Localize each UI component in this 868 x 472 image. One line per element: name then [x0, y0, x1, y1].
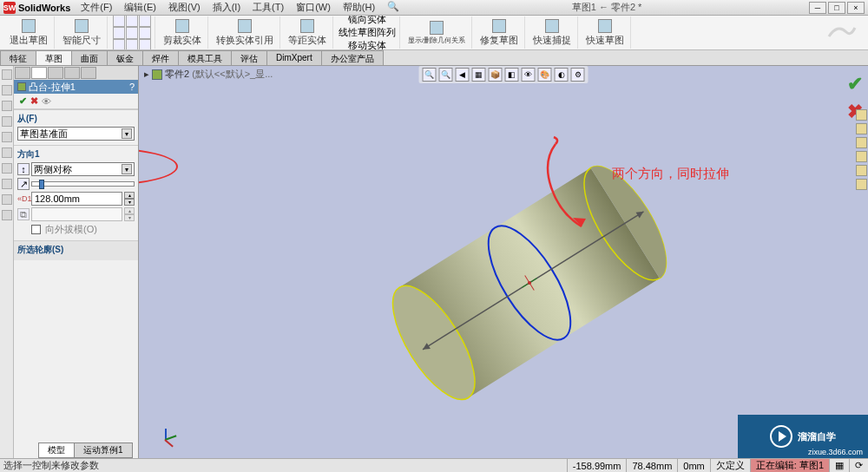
tab-surface[interactable]: 曲面	[71, 50, 108, 65]
task-explorer-icon[interactable]	[856, 137, 867, 148]
pm-tab-config[interactable]	[48, 67, 63, 79]
rail-icon[interactable]	[2, 179, 12, 189]
menu-search-icon[interactable]: 🔍	[382, 0, 404, 15]
circle-tool[interactable]	[139, 16, 151, 27]
menu-edit[interactable]: 编辑(E)	[119, 0, 161, 15]
repair-button[interactable]: 修复草图	[477, 18, 521, 48]
offset-button[interactable]: 等距实体	[286, 18, 329, 48]
ok-button[interactable]: ✔	[19, 95, 27, 107]
draft-button[interactable]: ⧉	[17, 208, 30, 220]
tab-model[interactable]: 模型	[38, 442, 75, 458]
rail-icon[interactable]	[2, 210, 12, 220]
show-label: 显示/删除几何关系	[408, 36, 465, 45]
rail-icon[interactable]	[2, 101, 12, 111]
rail-icon[interactable]	[2, 148, 12, 158]
menu-bar: 文件(F) 编辑(E) 视图(V) 插入(I) 工具(T) 窗口(W) 帮助(H…	[76, 0, 404, 15]
task-appearance-icon[interactable]	[856, 165, 867, 176]
task-library-icon[interactable]	[856, 123, 867, 134]
view-settings-icon[interactable]: ⚙	[571, 68, 585, 82]
menu-file[interactable]: 文件(F)	[76, 0, 117, 15]
pm-tab-dimxpert[interactable]	[64, 67, 80, 79]
tab-evaluate[interactable]: 评估	[231, 50, 267, 65]
help-icon[interactable]: ?	[129, 82, 135, 92]
menu-tools[interactable]: 工具(T)	[247, 0, 289, 15]
menu-help[interactable]: 帮助(H)	[338, 0, 380, 15]
rapid-sketch-button[interactable]: 快速草图	[583, 18, 627, 48]
pm-tab-tree[interactable]	[15, 67, 30, 79]
draft-spinner[interactable]: ▴▾	[124, 207, 135, 221]
rect-tool[interactable]	[126, 16, 138, 27]
minimize-button[interactable]: ─	[809, 2, 826, 14]
app-name: SolidWorks	[18, 3, 70, 13]
arc-tool[interactable]	[113, 27, 125, 39]
preview-button[interactable]: 👁	[42, 96, 51, 107]
mirror-button[interactable]: 镜向实体	[348, 16, 386, 26]
menu-view[interactable]: 视图(V)	[163, 0, 206, 15]
pm-tab-display[interactable]	[81, 67, 96, 79]
rail-icon[interactable]	[2, 85, 12, 95]
draft-outward-checkbox[interactable]	[31, 225, 41, 234]
breadcrumb-expand-icon[interactable]: ▸	[144, 69, 149, 80]
breadcrumb-part[interactable]: 零件2	[165, 68, 189, 81]
from-combo[interactable]: 草图基准面 ▾	[17, 127, 135, 141]
display-style-icon[interactable]: ◧	[505, 68, 519, 82]
menu-window[interactable]: 窗口(W)	[291, 0, 336, 15]
ellipse-tool[interactable]	[113, 39, 125, 51]
tab-sheetmetal[interactable]: 钣金	[107, 50, 143, 65]
line-tool[interactable]	[113, 16, 125, 27]
tab-mold[interactable]: 模具工具	[178, 50, 232, 65]
close-button[interactable]: ×	[847, 2, 865, 14]
tab-office[interactable]: 办公室产品	[321, 50, 384, 65]
pm-tab-property[interactable]	[31, 67, 47, 79]
exit-sketch-button[interactable]: 退出草图	[7, 18, 50, 48]
graphics-viewport[interactable]: ▸ 零件2 (默认<<默认>_显... 🔍 🔍 ◀ ▦ 📦 ◧ 👁 🎨 ◐ ⚙ …	[139, 66, 868, 458]
fillet-tool[interactable]	[126, 39, 138, 51]
quick-snap-button[interactable]: 快速捕捉	[530, 18, 574, 48]
task-resources-icon[interactable]	[856, 109, 867, 121]
feature-name: 凸台-拉伸1	[29, 81, 76, 94]
task-custom-icon[interactable]	[856, 179, 867, 190]
show-relations-button[interactable]: 显示/删除几何关系	[405, 20, 468, 46]
depth-input[interactable]: 128.00mm	[31, 192, 122, 206]
tab-dimxpert[interactable]: DimXpert	[266, 50, 322, 65]
convert-button[interactable]: 转换实体引用	[214, 18, 276, 48]
menu-insert[interactable]: 插入(I)	[207, 0, 246, 15]
tab-sketch[interactable]: 草图	[36, 50, 72, 65]
draft-input[interactable]	[31, 207, 122, 221]
depth-spinner[interactable]: ▴▾	[124, 192, 135, 206]
status-rebuild-icon[interactable]: ⟳	[849, 459, 868, 472]
rail-icon[interactable]	[2, 132, 12, 142]
zoom-area-icon[interactable]: 🔍	[439, 68, 453, 82]
cancel-button[interactable]: ✖	[30, 95, 38, 107]
rail-icon[interactable]	[2, 194, 12, 205]
text-tool[interactable]	[139, 39, 151, 51]
flip-direction-button[interactable]: ↕	[17, 163, 30, 175]
appearance-icon[interactable]: 🎨	[538, 68, 552, 82]
tab-feature[interactable]: 特征	[0, 50, 36, 65]
status-unit-icon[interactable]: ▦	[829, 459, 849, 472]
zoom-fit-icon[interactable]: 🔍	[423, 68, 437, 82]
smart-dimension-button[interactable]: 智能尺寸	[60, 18, 103, 48]
direction-vector-button[interactable]: ↗	[17, 178, 30, 190]
depth-slider[interactable]	[31, 181, 135, 187]
contour-section[interactable]: 所选轮廓(S)	[14, 240, 138, 260]
view-orientation-icon[interactable]: 📦	[489, 68, 503, 82]
rail-icon[interactable]	[2, 163, 12, 174]
tab-motion[interactable]: 运动算例1	[74, 442, 133, 458]
task-palette-icon[interactable]	[856, 151, 867, 162]
rail-icon[interactable]	[2, 69, 12, 80]
section-view-icon[interactable]: ▦	[472, 68, 486, 82]
hide-show-icon[interactable]: 👁	[522, 68, 536, 82]
spline-tool[interactable]	[126, 27, 138, 39]
rail-icon[interactable]	[2, 116, 12, 127]
prev-view-icon[interactable]: ◀	[456, 68, 470, 82]
command-tabs: 特征 草图 曲面 钣金 焊件 模具工具 评估 DimXpert 办公室产品	[0, 50, 868, 66]
end-condition-combo[interactable]: 两侧对称 ▾	[31, 162, 135, 176]
trim-button[interactable]: 剪裁实体	[161, 18, 204, 48]
point-tool[interactable]	[139, 27, 151, 39]
maximize-button[interactable]: □	[828, 2, 845, 14]
scene-icon[interactable]: ◐	[555, 68, 569, 82]
move-button[interactable]: 移动实体	[348, 39, 386, 50]
tab-weldment[interactable]: 焊件	[142, 50, 179, 65]
linear-pattern-button[interactable]: 线性草图阵列	[339, 26, 396, 39]
